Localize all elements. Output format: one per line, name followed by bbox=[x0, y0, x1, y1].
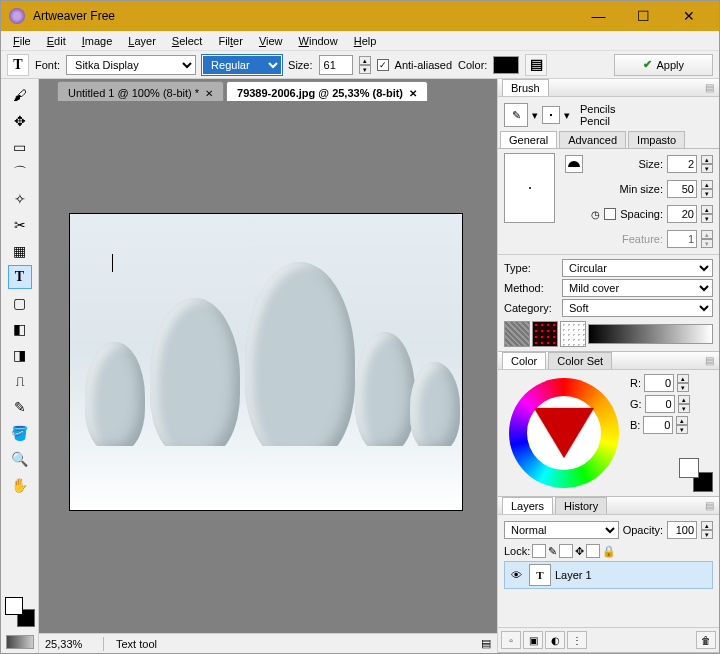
b-input[interactable] bbox=[643, 416, 673, 434]
blend-mode-select[interactable]: Normal bbox=[504, 521, 619, 539]
text-options-button[interactable]: ▤ bbox=[525, 54, 547, 76]
maximize-button[interactable]: ☐ bbox=[621, 1, 666, 31]
brush-shape[interactable] bbox=[565, 155, 583, 173]
panel-menu-icon[interactable]: ▤ bbox=[705, 355, 715, 366]
lock-transparency[interactable] bbox=[532, 544, 546, 558]
subtab-advanced[interactable]: Advanced bbox=[559, 131, 626, 148]
font-style-select[interactable]: Regular bbox=[202, 55, 282, 75]
layer-name[interactable]: Layer 1 bbox=[555, 569, 592, 581]
nozzle-swatch[interactable] bbox=[560, 321, 586, 347]
stepper[interactable]: ▴▾ bbox=[701, 155, 713, 173]
panel-menu-icon[interactable]: ▤ bbox=[705, 500, 715, 511]
menu-filter[interactable]: Filter bbox=[210, 33, 250, 49]
fill-tool[interactable]: 🪣 bbox=[8, 421, 32, 445]
close-button[interactable]: ✕ bbox=[666, 1, 711, 31]
perspective-tool[interactable]: ▦ bbox=[8, 239, 32, 263]
lock-position[interactable] bbox=[586, 544, 600, 558]
apply-button[interactable]: ✔Apply bbox=[614, 54, 713, 76]
stamp-tool[interactable]: ⎍ bbox=[8, 369, 32, 393]
r-input[interactable] bbox=[644, 374, 674, 392]
text-tool[interactable]: T bbox=[8, 265, 32, 289]
brush-tab[interactable]: Brush bbox=[502, 79, 549, 96]
brush-size-input[interactable] bbox=[667, 155, 697, 173]
layer-mask-button[interactable]: ◐ bbox=[545, 631, 565, 649]
font-family-select[interactable]: Sitka Display bbox=[66, 55, 196, 75]
brush-category-icon[interactable]: ✎ bbox=[504, 103, 528, 127]
stepper[interactable]: ▴▾ bbox=[701, 521, 713, 539]
layer-thumbnail[interactable]: T bbox=[529, 564, 551, 586]
color-panel-swatches[interactable] bbox=[679, 458, 713, 492]
menu-view[interactable]: View bbox=[251, 33, 291, 49]
gradient-swatch[interactable] bbox=[588, 324, 713, 344]
eyedropper-tool[interactable]: ✎ bbox=[8, 395, 32, 419]
text-color-swatch[interactable] bbox=[493, 56, 519, 74]
lock-pixels[interactable] bbox=[559, 544, 573, 558]
colorset-tab[interactable]: Color Set bbox=[548, 352, 612, 369]
lasso-tool[interactable]: ⌒ bbox=[8, 161, 32, 185]
text-tool-icon[interactable]: T bbox=[7, 54, 29, 76]
move-tool[interactable]: ✥ bbox=[8, 109, 32, 133]
menu-help[interactable]: Help bbox=[346, 33, 385, 49]
brush-minsize-input[interactable] bbox=[667, 180, 697, 198]
zoom-tool[interactable]: 🔍 bbox=[8, 447, 32, 471]
opacity-input[interactable] bbox=[667, 521, 697, 539]
subtab-impasto[interactable]: Impasto bbox=[628, 131, 685, 148]
menu-edit[interactable]: Edit bbox=[39, 33, 74, 49]
fg-swatch[interactable] bbox=[679, 458, 699, 478]
stepper[interactable]: ▴▾ bbox=[701, 205, 713, 223]
g-input[interactable] bbox=[645, 395, 675, 413]
close-icon[interactable]: ✕ bbox=[205, 88, 213, 99]
menu-file[interactable]: File bbox=[5, 33, 39, 49]
font-size-stepper[interactable]: ▴▾ bbox=[359, 56, 371, 74]
clock-icon[interactable]: ◷ bbox=[591, 209, 600, 220]
canvas-viewport[interactable] bbox=[39, 101, 497, 633]
visibility-icon[interactable]: 👁 bbox=[507, 569, 525, 581]
hand-tool[interactable]: ✋ bbox=[8, 473, 32, 497]
crop-tool[interactable]: ✂ bbox=[8, 213, 32, 237]
stepper[interactable]: ▴▾ bbox=[676, 416, 688, 434]
menu-window[interactable]: Window bbox=[291, 33, 346, 49]
foreground-color[interactable] bbox=[5, 597, 23, 615]
eraser-tool[interactable]: ◨ bbox=[8, 343, 32, 367]
paper-texture[interactable] bbox=[6, 635, 34, 649]
wand-tool[interactable]: ✧ bbox=[8, 187, 32, 211]
stepper[interactable]: ▴▾ bbox=[701, 180, 713, 198]
subtab-general[interactable]: General bbox=[500, 131, 557, 148]
gradient-tool[interactable]: ◧ bbox=[8, 317, 32, 341]
color-triangle[interactable] bbox=[534, 408, 594, 458]
close-icon[interactable]: ✕ bbox=[409, 88, 417, 99]
stepper[interactable]: ▴▾ bbox=[677, 374, 689, 392]
brush-method-select[interactable]: Mild cover bbox=[562, 279, 713, 297]
new-layer-button[interactable]: ▫ bbox=[501, 631, 521, 649]
layer-fx-button[interactable]: ⋮ bbox=[567, 631, 587, 649]
panel-menu-icon[interactable]: ▤ bbox=[705, 82, 715, 93]
brush-tool[interactable]: 🖌 bbox=[8, 83, 32, 107]
color-tab[interactable]: Color bbox=[502, 352, 546, 369]
minimize-button[interactable]: — bbox=[576, 1, 621, 31]
shape-tool[interactable]: ▢ bbox=[8, 291, 32, 315]
brush-category-select[interactable]: Soft bbox=[562, 299, 713, 317]
brush-spacing-input[interactable] bbox=[667, 205, 697, 223]
delete-layer-button[interactable]: 🗑 bbox=[696, 631, 716, 649]
new-group-button[interactable]: ▣ bbox=[523, 631, 543, 649]
font-size-input[interactable] bbox=[319, 55, 353, 75]
layer-item[interactable]: 👁 T Layer 1 bbox=[504, 561, 713, 589]
menu-select[interactable]: Select bbox=[164, 33, 211, 49]
spacing-checkbox[interactable] bbox=[604, 208, 616, 220]
history-tab[interactable]: History bbox=[555, 497, 607, 514]
dropdown-icon[interactable]: ▾ bbox=[564, 109, 570, 122]
anti-aliased-checkbox[interactable] bbox=[377, 59, 389, 71]
stepper[interactable]: ▴▾ bbox=[678, 395, 690, 413]
brush-type-select[interactable]: Circular bbox=[562, 259, 713, 277]
layers-tab[interactable]: Layers bbox=[502, 497, 553, 514]
document-tab[interactable]: 79389-2006.jpg @ 25,33% (8-bit) ✕ bbox=[226, 81, 428, 101]
dropdown-icon[interactable]: ▾ bbox=[532, 109, 538, 122]
canvas-image[interactable] bbox=[69, 213, 463, 511]
color-wheel[interactable] bbox=[509, 378, 619, 488]
brush-variant-icon[interactable] bbox=[542, 106, 560, 124]
menu-layer[interactable]: Layer bbox=[120, 33, 164, 49]
menu-image[interactable]: Image bbox=[74, 33, 121, 49]
document-tab[interactable]: Untitled 1 @ 100% (8-bit) * ✕ bbox=[57, 81, 224, 101]
selection-tool[interactable]: ▭ bbox=[8, 135, 32, 159]
foreground-background-colors[interactable] bbox=[5, 597, 35, 627]
